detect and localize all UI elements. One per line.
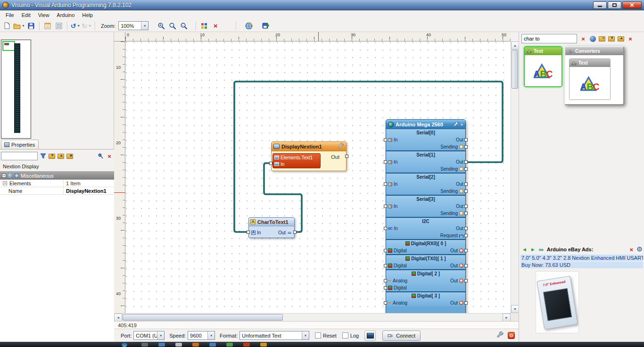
clear-search-icon[interactable]: × [579,35,587,42]
minimize-button[interactable] [593,1,607,9]
redo-button[interactable]: ↻▼ [82,21,92,31]
property-group-header[interactable]: − Miscellaneous [0,172,114,180]
open-dropdown-icon[interactable]: ▼ [22,24,25,27]
port-combobox[interactable]: COM1 (U ▼ [133,331,165,340]
pin-connector[interactable] [464,167,468,171]
horizontal-scrollbar[interactable]: ◄ ► [114,313,511,321]
menu-item-view[interactable]: View [34,11,53,19]
taskbar-button[interactable] [226,343,233,347]
collapse-categories-icon[interactable]: ▲ [617,35,625,42]
component-result-text[interactable]: ABC Text ABC [524,46,562,87]
search-options-icon[interactable] [589,35,596,42]
wrench-icon[interactable] [454,121,460,128]
project-overview-thumbnail[interactable] [1,40,31,139]
expand-categories-icon[interactable]: ▼ [608,35,615,42]
pin-connector[interactable] [464,234,468,237]
redo-dropdown-icon[interactable]: ▼ [88,24,91,27]
new-project-button[interactable] [2,21,12,31]
expand-all-icon[interactable]: ▼ [48,152,56,160]
maximize-button[interactable] [608,1,621,9]
pin-connector[interactable] [464,212,468,215]
close-button[interactable]: ✕ [622,1,642,9]
reset-checkbox[interactable] [315,332,321,339]
taskbar-button[interactable] [260,343,267,347]
taskbar-button[interactable] [158,343,165,347]
pin-connector[interactable] [384,264,387,267]
speed-combobox[interactable]: 9600 ▼ [188,331,215,340]
pin-connector[interactable] [384,138,387,141]
close-component-panel-icon[interactable]: × [627,35,634,42]
component-converters-text[interactable]: ABC Text ABC [569,58,611,100]
undo-dropdown-icon[interactable]: ▼ [77,24,80,27]
property-row-name[interactable]: NameDisplayNextion1 [0,187,114,195]
serial-terminal-button[interactable] [364,330,376,341]
vertical-scrollbar[interactable]: ▲ ▼ [511,41,519,313]
zoom-in-button[interactable]: + [156,21,166,31]
import-components-icon[interactable]: + [598,35,606,42]
design-canvas[interactable]: DisplayNextion1 Elements.Text1 In Out A … [125,41,511,313]
category-header[interactable]: Converters [565,47,623,55]
display-in-pin[interactable] [269,162,272,165]
chartotext-out-pin[interactable] [293,231,297,234]
element-text1[interactable]: Elements.Text1 In [272,153,321,168]
pin-connector[interactable] [384,182,387,186]
menu-item-arduino[interactable]: Arduino [53,11,78,19]
pin-connector[interactable] [384,279,387,282]
combo-arrow-icon[interactable]: ▼ [141,22,148,30]
pin-connector[interactable] [384,249,387,252]
toggle-grid-button[interactable] [54,21,64,31]
visuino-web-button[interactable] [244,21,254,31]
filter-icon[interactable] [39,152,47,160]
menu-item-edit[interactable]: Edit [18,11,34,19]
pin-connector[interactable] [464,160,468,164]
pin-connector[interactable] [384,301,387,305]
combo-arrow-icon[interactable]: ▼ [302,331,309,339]
pin-connector[interactable] [384,286,387,289]
taskbar[interactable] [0,342,644,347]
zoom-combobox[interactable]: 100% ▼ [118,21,149,30]
scroll-right-button[interactable]: ► [503,314,511,322]
toggle-properties-panel-button[interactable] [42,21,53,31]
open-project-button[interactable]: ▼ [13,21,25,31]
tools-icon[interactable] [497,331,504,339]
taskbar-button[interactable] [243,343,250,347]
expand-icon[interactable]: + [3,181,7,185]
categorize-icon[interactable]: ■ [66,152,74,160]
pin-connector[interactable] [384,205,387,208]
ads-settings-icon[interactable] [636,246,643,253]
pin-connector[interactable] [464,205,468,208]
block-chartotext1[interactable]: A CharToText1 A In Out [248,217,295,238]
chartotext-header[interactable]: A CharToText1 [249,218,294,226]
scroll-left-button[interactable]: ◄ [114,314,122,322]
log-checkbox[interactable] [342,332,348,339]
zoom-out-button[interactable]: - [179,21,189,31]
pin-connector[interactable] [464,301,468,305]
pin-connector[interactable] [464,249,468,252]
taskbar-button[interactable] [141,343,148,347]
pin-connector[interactable] [464,182,468,186]
taskbar-button[interactable] [209,343,216,347]
connect-button[interactable]: Connect [382,330,421,341]
wrench-icon[interactable] [338,143,344,150]
save-project-button[interactable] [26,21,36,31]
ad-title-link[interactable]: 7.0" 5.0" 4.3" 3.2" 2.8 Nextion Enhanced… [520,255,643,261]
arduino-header[interactable]: Arduino Mega 2560 ▼ [386,120,465,129]
combo-arrow-icon[interactable]: ▼ [207,331,215,339]
menu-item-help[interactable]: Help [78,11,97,19]
close-properties-icon[interactable]: × [106,152,113,160]
block-displaynextion1[interactable]: DisplayNextion1 Elements.Text1 In Out [271,141,347,171]
combo-arrow-icon[interactable]: ▼ [157,331,164,339]
category-converters[interactable]: Converters ABC Text ABC [564,46,624,105]
property-row-elements[interactable]: +Elements1 Item [0,180,114,187]
pin-connector[interactable] [464,145,468,149]
taskbar-button[interactable] [192,343,199,347]
next-ad-icon[interactable]: ► [530,247,536,252]
undo-button[interactable]: ↺▼ [70,21,81,31]
vertical-scroll-thumb[interactable] [512,50,518,89]
collapse-group-icon[interactable]: − [2,174,6,178]
start-button[interactable] [122,343,127,347]
pin-connector[interactable] [384,160,387,164]
taskbar-button[interactable] [175,343,182,347]
display-block-header[interactable]: DisplayNextion1 [272,142,346,151]
collapse-all-icon[interactable]: ▲ [57,152,65,160]
